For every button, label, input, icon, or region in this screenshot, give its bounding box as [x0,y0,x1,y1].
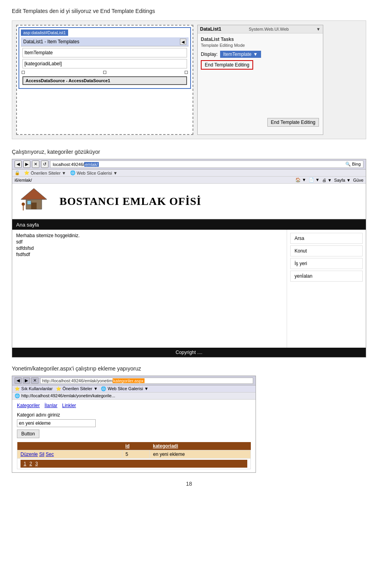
page-number: 18 [12,481,366,487]
vs-display-label: Display: [201,52,218,57]
browser-url-display: i6/emlak/ [15,178,32,182]
emlak-content: Merhaba sitemize hoşgeldiniz. sdf sdfdsf… [12,230,366,348]
page-3-link[interactable]: 3 [35,461,38,466]
emlak-logo [20,188,52,215]
browser-url-bar[interactable]: localhost:49246/emlak/ 🔍 Bing [50,160,363,168]
table-header-id: id [122,442,150,450]
vs-designer-panel: asp:datalist#DataList1 DataList1 - Item … [16,25,193,135]
page-heading: Edit Templates den id yi siliyoruz ve En… [12,8,366,14]
small-back-btn[interactable]: ◀ [15,377,22,384]
nav-linkler[interactable]: Linkler [62,403,76,408]
emlak-text-1: Merhaba sitemize hoşgeldiniz. [16,233,283,238]
svg-marker-1 [21,188,47,199]
vs-screenshot-area: asp:datalist#DataList1 DataList1 - Item … [12,20,366,139]
nav-ilanlar[interactable]: İlanlar [44,403,57,408]
emlak-sidebar-item-3: yenİalan [290,271,363,282]
table-pagination-row: 1 2 3 [17,459,251,469]
table-cell-kategoriadi: en yeni ekleme [150,450,250,459]
emlak-sidebar-item-2: İş yeri [290,258,363,269]
vs-dropdown-icon: ▼ [253,52,258,57]
emlak-header: BOSTANCI EMLAK OFİSİ [12,184,366,220]
admin-page: Kategoriler İlanlar Linkler Kategori adı… [12,400,256,472]
vs-item-template-label: ItemTemplate [22,48,187,57]
table-cell-actions: Düzenle Sil Sec [17,450,122,459]
admin-button[interactable]: Button [17,429,39,438]
admin-nav: Kategoriler İlanlar Linkler [17,403,251,408]
browser-url-text: localhost:49246/emlak/ [53,162,99,167]
vs-dropdown-arrow[interactable]: ▼ [316,27,321,31]
emlak-sidebar: Arsa Konut İş yeri yenİalan [287,230,366,348]
browser-bookmark-1[interactable]: ⭐ Önerilen Siteler ▼ [24,170,66,175]
vs-kategori-row: [kategoriadiLabel] [22,59,187,68]
nav-kategoriler[interactable]: Kategoriler [17,403,40,408]
emlak-sidebar-item-0: Arsa [290,233,363,244]
small-stop-btn[interactable]: ✕ [31,377,39,384]
duzenle-link[interactable]: Düzenle [20,452,38,457]
browser-refresh-btn[interactable]: ↺ [41,160,48,168]
vs-editing-mode: Template Editing Mode [201,43,320,48]
vs-datalist1-header: DataList1 System.Web.UI.Web ▼ [198,25,323,33]
emlak-title: BOSTANCI EMLAK OFİSİ [59,195,201,208]
browser-home-icon[interactable]: 🏠 ▼ [295,177,306,182]
small-browser-bar2: ⭐ Sık Kullanılanlar ⭐ Önerilen Siteler ▼… [12,385,256,393]
vs-handle-center [103,71,106,74]
section3-label: Yonetim/kategoriler.aspx'i çalıştırıp ek… [12,365,366,372]
browser-bing-icon: 🔍 Bing [345,162,361,167]
browser-bookmarks-bar: 🔒 ⭐ Önerilen Siteler ▼ 🌐 Web Slice Galer… [12,170,366,177]
browser-forward-btn[interactable]: ▶ [23,160,30,168]
table-header-kategoriadi: kategoriadi [150,442,250,450]
admin-input-label: Kategori adını giriniz [17,412,251,418]
section2-label: Çalıştırıyoruz, kategoriler gözüküyor [12,149,366,155]
browser-toolbar: ◀ ▶ ✕ ↺ localhost:49246/emlak/ 🔍 Bing [12,159,366,170]
emlak-nav[interactable]: Ana sayfa [12,220,366,230]
vs-tasks-title: DataList Tasks [201,37,320,42]
table-header-actions [17,442,122,450]
browser-screenshot: ◀ ▶ ✕ ↺ localhost:49246/emlak/ 🔍 Bing 🔒 … [12,159,366,358]
onerilen-siteler[interactable]: ⭐ Önerilen Siteler ▼ [56,386,98,391]
small-browser-toolbar: ◀ ▶ ✕ http://localhost:49246/emlak/yonet… [12,376,256,385]
table-row: Düzenle Sil Sec 5 en yeni ekleme [17,450,251,459]
svg-point-4 [22,203,25,206]
emlak-sidebar-item-1: Konut [290,245,363,256]
small-url-bar[interactable]: http://localhost:49246/emlak/yonetim kat… [40,378,253,384]
page-2-link[interactable]: 2 [30,461,32,466]
admin-table: id kategoriadi Düzenle Sil Sec 5 en yeni… [17,442,251,469]
emlak-main-content: Merhaba sitemize hoşgeldiniz. sdf sdfdsf… [12,230,287,348]
emlak-footer: Copyright .... [12,348,366,357]
table-cell-id: 5 [122,450,150,459]
sec-link[interactable]: Sec [46,452,54,457]
vs-collapse-btn[interactable]: ◀ [180,39,186,45]
vs-item-template-dropdown[interactable]: ItemTemplate ▼ [220,51,261,58]
end-template-editing-gray-button[interactable]: End Template Editing [267,118,319,127]
svg-rect-2 [31,203,37,209]
browser-back-btn[interactable]: ◀ [15,160,22,168]
vs-datalist-header: DataList1 - Item Templates ◀ [21,37,189,46]
emlak-text-4: fsdfsdf [16,252,283,257]
admin-kategori-input[interactable] [17,419,96,427]
browser-security-btn[interactable]: Güve [353,178,363,182]
vs-label-bar: asp:datalist#DataList1 [21,29,68,36]
small-browser-bar3: 🌐 http://localhost:49246/emlak/yonetim/k… [12,393,256,400]
browser-security-icon: 🔒 [15,170,20,175]
admin-pagination: 1 2 3 [20,460,247,468]
small-forward-btn[interactable]: ▶ [23,377,30,384]
browser-page-btn[interactable]: Sayfa ▼ [334,178,351,182]
sil-link[interactable]: Sil [39,452,44,457]
emlak-text-3: sdfdsfsd [16,245,283,251]
browser-page-icon[interactable]: 📄 ▼ [309,177,320,182]
vs-handle-right [185,71,188,74]
browser-bookmark-2[interactable]: 🌐 Web Slice Galerisi ▼ [70,170,118,175]
page-1-link[interactable]: 1 [24,461,26,466]
browser-printer-icon[interactable]: 🖨 ▼ [322,178,332,182]
browser-second-bar: i6/emlak/ 🏠 ▼ 📄 ▼ 🖨 ▼ Sayfa ▼ Güve [12,177,366,184]
emlak-site: BOSTANCI EMLAK OFİSİ Ana sayfa Merhaba s… [12,184,366,357]
browser-stop-btn[interactable]: ✕ [32,160,39,168]
emlak-text-2: sdf [16,239,283,245]
sik-kullanılanlar[interactable]: ⭐ Sık Kullanılanlar [15,386,53,391]
table-pagination-cell: 1 2 3 [17,459,251,469]
end-template-editing-red-button[interactable]: End Template Editing [201,60,253,70]
web-slice-galerisi[interactable]: 🌐 Web Slice Galerisi ▼ [101,386,148,391]
vs-item-template-section: ItemTemplate [kategoriadiLabel] [21,48,189,68]
small-browser-screenshot: ◀ ▶ ✕ http://localhost:49246/emlak/yonet… [12,376,256,473]
svg-rect-3 [27,201,31,205]
